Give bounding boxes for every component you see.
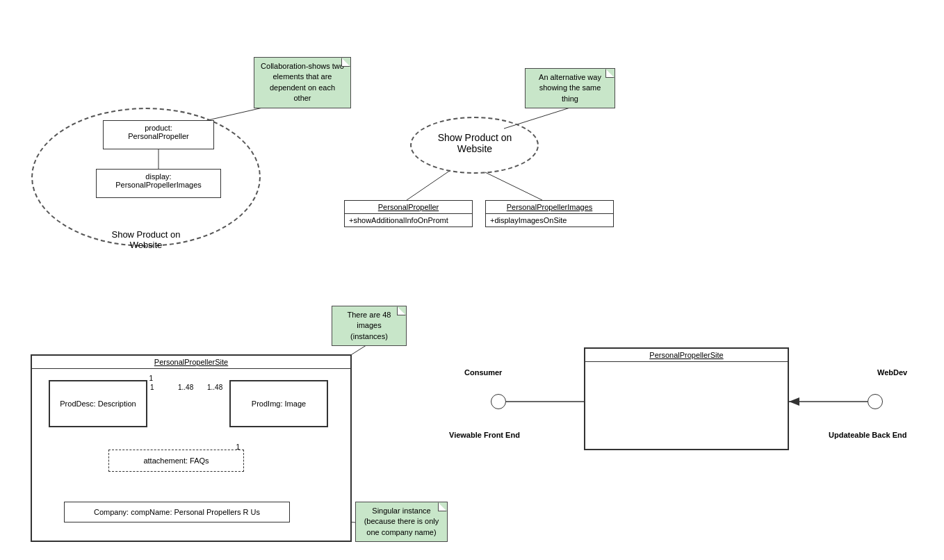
component-box-site: PersonalPropellerSite (584, 347, 789, 450)
webdev-circle (868, 394, 883, 409)
mult-148-right: 1..48 (207, 384, 222, 391)
consumer-label: Consumer (464, 368, 502, 377)
svg-line-4 (485, 172, 542, 200)
instances-note: There are 48 images (instances) (332, 306, 407, 346)
site-outer-box: PersonalPropellerSite 1 ProdDesc: Descri… (31, 354, 352, 542)
viewable-label: Viewable Front End (449, 431, 520, 439)
collab1-box-product: product:PersonalPropeller (103, 120, 214, 149)
collab1-box-display: display:PersonalPropellerImages (96, 169, 221, 198)
webdev-label: WebDev (877, 368, 907, 377)
consumer-circle (491, 394, 506, 409)
component-header: PersonalPropellerSite (585, 349, 788, 362)
site-outer-box-label: PersonalPropellerSite (32, 356, 350, 369)
company-object-box: Company: compName: Personal Propellers R… (64, 502, 290, 522)
faqs-dashed-box: attachement: FAQs 1 (108, 450, 244, 472)
mult-1: 1 (150, 384, 154, 391)
svg-marker-12 (789, 397, 799, 406)
proddesc-box: 1 ProdDesc: Description (49, 380, 147, 427)
collaboration-note: Collaboration-shows two elements that ar… (254, 57, 351, 108)
updateable-label: Updateable Back End (829, 431, 906, 439)
alternative-note: An alternative way showing the same thin… (525, 68, 615, 108)
svg-line-3 (407, 170, 450, 200)
mult-148-left: 1..48 (178, 384, 193, 391)
collab2-class-personalpropallerimages: PersonalPropellerImages +displayImagesOn… (485, 200, 614, 227)
collab2-class-personalpropeller: PersonalPropeller +showAdditionalInfoOnP… (344, 200, 473, 227)
diagram-canvas: Collaboration-shows two elements that ar… (0, 0, 944, 560)
singular-note: Singular instance (because there is only… (355, 502, 448, 542)
prodimg-box: ProdImg: Image (229, 380, 328, 427)
collab1-label: Show Product onWebsite (90, 229, 202, 250)
collab2-ellipse-label: Show Product onWebsite (419, 132, 530, 154)
